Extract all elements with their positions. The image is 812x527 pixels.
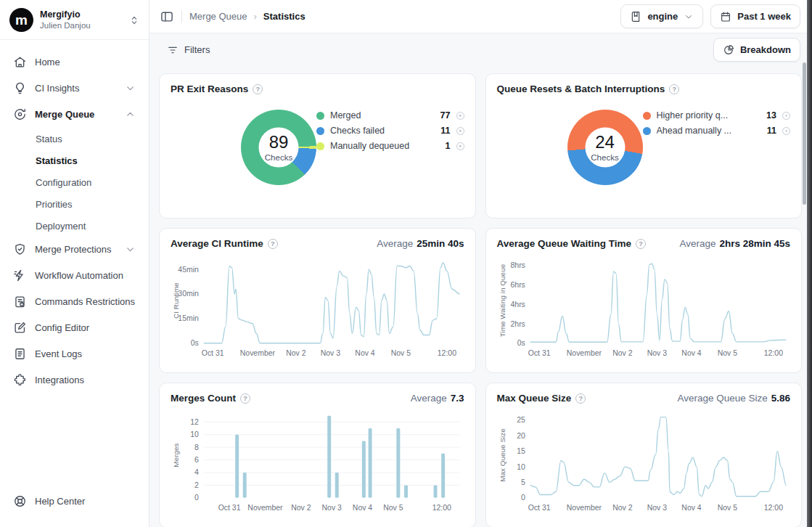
y-tick-label: 8hrs bbox=[510, 261, 525, 269]
help-icon[interactable]: ? bbox=[575, 393, 586, 404]
sidebar-subitem-deployment[interactable]: Deployment bbox=[7, 216, 142, 236]
sidebar-subitem-status[interactable]: Status bbox=[7, 128, 142, 149]
legend-item[interactable]: Merged 77 bbox=[316, 110, 464, 120]
y-tick-label: 25 bbox=[517, 416, 525, 424]
date-range-label: Past 1 week bbox=[737, 11, 791, 22]
breakdown-label: Breakdown bbox=[740, 44, 791, 55]
y-axis-label: CI Runtime bbox=[172, 282, 180, 319]
filters-button[interactable]: Filters bbox=[161, 40, 216, 60]
edit-icon bbox=[13, 321, 27, 335]
sidebar-item-label: Commands Restrictions bbox=[35, 296, 136, 307]
x-tick-label: Nov 4 bbox=[681, 504, 701, 512]
x-tick-label: 12:00 bbox=[763, 504, 782, 512]
chevron-down-icon bbox=[125, 83, 136, 94]
x-tick-label: November bbox=[247, 504, 283, 512]
legend-label: Manually dequeued bbox=[330, 141, 440, 151]
line-series bbox=[530, 264, 786, 342]
help-center-button[interactable]: Help Center bbox=[7, 489, 142, 513]
sidebar-subitem-configuration[interactable]: Configuration bbox=[7, 172, 142, 192]
org-name: Mergifyio bbox=[40, 9, 122, 21]
info-icon[interactable] bbox=[782, 112, 790, 120]
bar bbox=[335, 473, 339, 498]
sidebar-item-label: Merge Queue bbox=[35, 109, 117, 120]
help-icon[interactable]: ? bbox=[253, 84, 263, 94]
card-title: PR Exit Reasons bbox=[171, 83, 248, 94]
bar bbox=[441, 454, 445, 498]
sidebar-item-ci-insights[interactable]: CI Insights bbox=[7, 76, 142, 100]
breakdown-button[interactable]: Breakdown bbox=[713, 38, 800, 62]
y-axis-label: Max Queue Size bbox=[498, 428, 506, 482]
filters-toolbar: Filters Breakdown bbox=[149, 33, 812, 63]
sidebar-subitem-priorities[interactable]: Priorities bbox=[7, 194, 142, 214]
sidebar-footer: Help Center bbox=[0, 481, 149, 527]
date-range-button[interactable]: Past 1 week bbox=[710, 4, 800, 28]
sidebar-item-integrations[interactable]: Integrations bbox=[7, 368, 142, 392]
sidebar-item-config-editor[interactable]: Config Editor bbox=[7, 316, 142, 340]
sidebar-item-home[interactable]: Home bbox=[7, 50, 142, 74]
bar bbox=[434, 485, 438, 497]
sidebar-item-merge-queue[interactable]: Merge Queue bbox=[7, 102, 142, 126]
filters-label: Filters bbox=[184, 44, 210, 55]
y-tick-label: 6hrs bbox=[510, 281, 525, 289]
breadcrumb-parent[interactable]: Merge Queue bbox=[189, 11, 247, 22]
sidebar-nav: Home CI Insights Merge Queue Status Stat… bbox=[0, 40, 149, 481]
info-icon[interactable] bbox=[456, 142, 464, 150]
y-tick-label: 15min bbox=[178, 314, 199, 322]
x-tick-label: November bbox=[240, 349, 276, 357]
y-tick-label: 0s bbox=[191, 339, 199, 347]
bar-chart-merges-count[interactable]: Merges121086420Oct 31NovemberNov 2Nov 3N… bbox=[171, 407, 464, 517]
sidebar-item-commands-restrictions[interactable]: Commands Restrictions bbox=[7, 290, 142, 314]
info-icon[interactable] bbox=[456, 127, 464, 135]
y-tick-label: 2hrs bbox=[510, 320, 525, 328]
sidebar-item-merge-protections[interactable]: Merge Protections bbox=[7, 237, 142, 261]
sidebar-item-event-logs[interactable]: Event Logs bbox=[7, 342, 142, 366]
pie-chart-icon bbox=[723, 44, 734, 56]
info-icon[interactable] bbox=[456, 112, 464, 120]
x-tick-label: Nov 4 bbox=[353, 504, 372, 512]
y-tick-label: 2 bbox=[194, 481, 199, 489]
document-icon bbox=[13, 347, 27, 361]
line-chart-queue-wait[interactable]: Time Waiting in Queue8hrs6hrs4hrs2hrs0sO… bbox=[497, 252, 791, 362]
x-tick-label: Oct 31 bbox=[218, 504, 241, 512]
org-switcher[interactable]: m Mergifyio Julien Danjou bbox=[0, 0, 149, 40]
donut-chart-pr-exit[interactable]: 89 Checks bbox=[241, 110, 316, 185]
help-icon[interactable]: ? bbox=[268, 239, 278, 249]
y-tick-label: 5 bbox=[521, 478, 525, 486]
legend-color-dot bbox=[643, 127, 651, 135]
legend-item[interactable]: Ahead manually ... 11 bbox=[643, 126, 791, 136]
x-tick-label: Nov 5 bbox=[717, 504, 737, 512]
x-tick-label: Nov 3 bbox=[322, 504, 342, 512]
bar bbox=[243, 473, 247, 498]
sidebar-item-workflow-automation[interactable]: Workflow Automation bbox=[7, 264, 142, 287]
scrollbar-thumb[interactable] bbox=[803, 62, 806, 205]
help-icon[interactable]: ? bbox=[240, 393, 250, 404]
card-summary: Average7.3 bbox=[411, 393, 464, 404]
legend-label: Merged bbox=[330, 110, 435, 120]
legend-value: 77 bbox=[440, 110, 451, 120]
y-tick-label: 30min bbox=[178, 290, 199, 298]
legend-item[interactable]: Manually dequeued 1 bbox=[316, 141, 464, 151]
sidebar-toggle-icon[interactable] bbox=[160, 9, 174, 24]
help-icon[interactable]: ? bbox=[636, 239, 646, 249]
legend-item[interactable]: Higher priority q... 13 bbox=[643, 110, 791, 120]
repo-book-icon bbox=[630, 11, 641, 23]
x-tick-label: 12:00 bbox=[763, 349, 782, 357]
card-title: Max Queue Size bbox=[497, 393, 572, 404]
legend-color-dot bbox=[643, 112, 651, 120]
legend-value: 11 bbox=[767, 126, 776, 136]
sidebar-subitem-statistics[interactable]: Statistics bbox=[7, 150, 142, 171]
dashboard-grid: PR Exit Reasons ? 89 Checks bbox=[149, 63, 812, 527]
x-tick-label: Nov 2 bbox=[612, 349, 632, 357]
donut-chart-queue-resets[interactable]: 24 Checks bbox=[567, 110, 643, 185]
line-chart-max-queue[interactable]: Max Queue Size2520151050Oct 31NovemberNo… bbox=[497, 407, 791, 517]
x-tick-label: Oct 31 bbox=[528, 349, 550, 357]
line-chart-ci-runtime[interactable]: CI Runtime45min30min15min0sOct 31Novembe… bbox=[171, 252, 464, 362]
top-header: Merge Queue › Statistics engine Past 1 w… bbox=[149, 0, 812, 33]
repo-selector-button[interactable]: engine bbox=[620, 4, 703, 28]
y-tick-label: 12 bbox=[190, 418, 199, 426]
help-icon[interactable]: ? bbox=[669, 84, 679, 94]
merge-queue-icon bbox=[13, 107, 27, 121]
x-tick-label: Nov 3 bbox=[647, 349, 666, 357]
legend-item[interactable]: Checks failed 11 bbox=[316, 126, 464, 136]
info-icon[interactable] bbox=[782, 127, 790, 135]
